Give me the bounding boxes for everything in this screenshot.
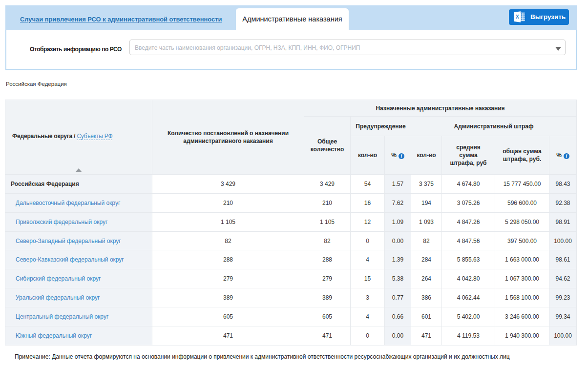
svg-text:X: X bbox=[516, 14, 519, 20]
